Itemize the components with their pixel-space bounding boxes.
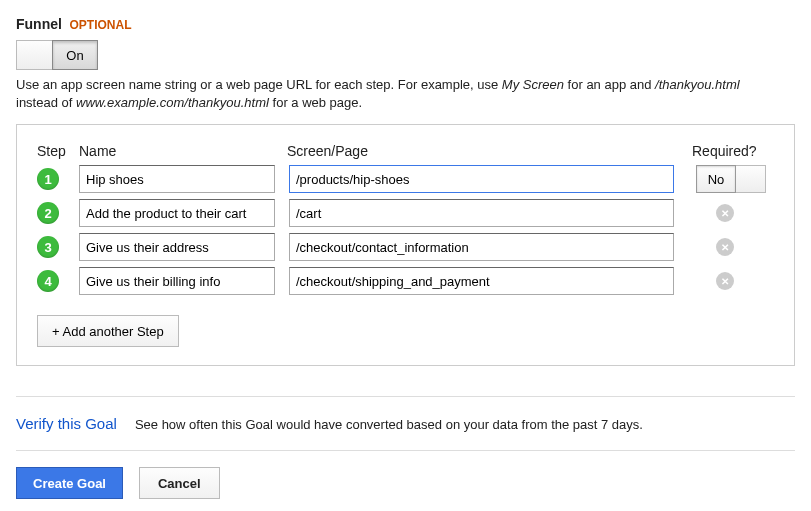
create-goal-button[interactable]: Create Goal bbox=[16, 467, 123, 499]
header-step: Step bbox=[37, 143, 79, 159]
verify-goal-description: See how often this Goal would have conve… bbox=[135, 417, 643, 432]
add-step-button[interactable]: + Add another Step bbox=[37, 315, 179, 347]
help-example-2: /thankyou.html bbox=[655, 77, 740, 92]
step-screen-input[interactable] bbox=[289, 165, 674, 193]
step-name-input[interactable] bbox=[79, 267, 275, 295]
help-example-1: My Screen bbox=[502, 77, 564, 92]
step-right-slot bbox=[688, 238, 774, 256]
step-row: 4 bbox=[37, 267, 774, 295]
step-row: 1No bbox=[37, 165, 774, 193]
step-right-slot: No bbox=[688, 165, 774, 193]
header-required: Required? bbox=[688, 143, 774, 159]
funnel-title: Funnel bbox=[16, 16, 62, 32]
help-mid2: instead of bbox=[16, 95, 76, 110]
action-row: Create Goal Cancel bbox=[16, 467, 795, 499]
funnel-toggle-off[interactable] bbox=[16, 40, 52, 70]
help-example-3: www.example.com/thankyou.html bbox=[76, 95, 269, 110]
funnel-help-text: Use an app screen name string or a web p… bbox=[16, 76, 776, 112]
delete-step-button[interactable] bbox=[716, 272, 734, 290]
divider bbox=[16, 450, 795, 451]
step-number-badge: 4 bbox=[37, 270, 59, 292]
step-name-input[interactable] bbox=[79, 233, 275, 261]
header-name: Name bbox=[79, 143, 287, 159]
funnel-toggle-on[interactable]: On bbox=[52, 40, 98, 70]
step-right-slot bbox=[688, 204, 774, 222]
step-number-badge: 1 bbox=[37, 168, 59, 190]
step-row: 3 bbox=[37, 233, 774, 261]
required-toggle[interactable]: No bbox=[696, 165, 766, 193]
step-number-badge: 2 bbox=[37, 202, 59, 224]
step-screen-input[interactable] bbox=[289, 199, 674, 227]
header-screen: Screen/Page bbox=[287, 143, 688, 159]
help-mid: for an app and bbox=[564, 77, 655, 92]
funnel-toggle[interactable]: On bbox=[16, 40, 98, 70]
step-number-badge: 3 bbox=[37, 236, 59, 258]
delete-step-button[interactable] bbox=[716, 238, 734, 256]
step-name-input[interactable] bbox=[79, 165, 275, 193]
delete-step-button[interactable] bbox=[716, 204, 734, 222]
funnel-header: Funnel OPTIONAL bbox=[16, 16, 795, 32]
required-no-button[interactable]: No bbox=[696, 165, 736, 193]
step-row: 2 bbox=[37, 199, 774, 227]
help-post: for a web page. bbox=[269, 95, 362, 110]
verify-row: Verify this Goal See how often this Goal… bbox=[16, 415, 795, 432]
funnel-steps-container: Step Name Screen/Page Required? 1No234 +… bbox=[16, 124, 795, 366]
divider bbox=[16, 396, 795, 397]
verify-goal-link[interactable]: Verify this Goal bbox=[16, 415, 117, 432]
help-pre: Use an app screen name string or a web p… bbox=[16, 77, 502, 92]
required-yes-button[interactable] bbox=[736, 165, 766, 193]
step-name-input[interactable] bbox=[79, 199, 275, 227]
step-right-slot bbox=[688, 272, 774, 290]
funnel-optional-label: OPTIONAL bbox=[70, 18, 132, 32]
step-screen-input[interactable] bbox=[289, 233, 674, 261]
step-screen-input[interactable] bbox=[289, 267, 674, 295]
cancel-button[interactable]: Cancel bbox=[139, 467, 220, 499]
column-headers: Step Name Screen/Page Required? bbox=[37, 143, 774, 159]
